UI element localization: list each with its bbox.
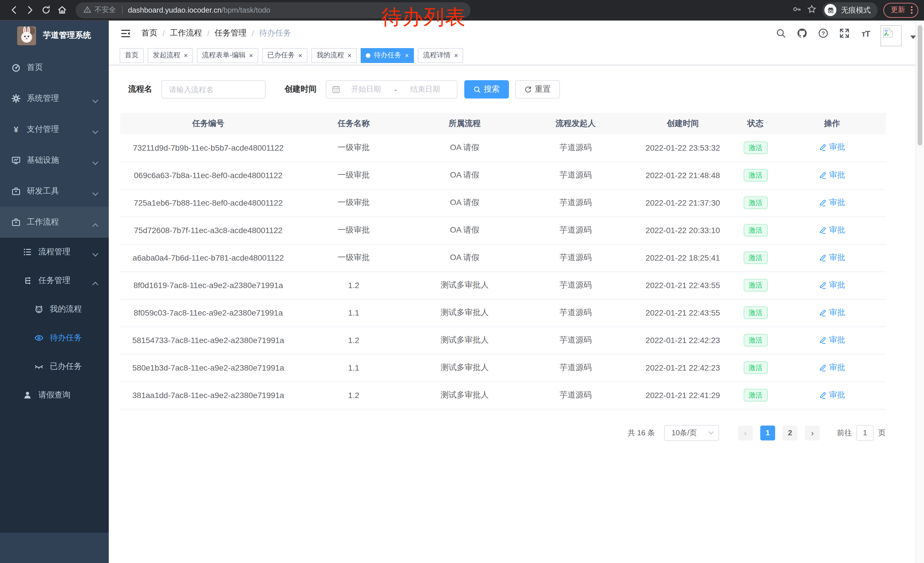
cell-status: 激活 bbox=[732, 381, 778, 409]
approve-link[interactable]: 审批 bbox=[819, 142, 845, 153]
cell-starter: 芋道源码 bbox=[518, 299, 633, 326]
sidebar-item-done-task[interactable]: 已办任务 bbox=[0, 352, 109, 381]
cell-action: 审批 bbox=[778, 216, 886, 244]
date-end-placeholder[interactable]: 结束日期 bbox=[399, 84, 451, 95]
cell-id: 725a1eb6-7b88-11ec-8ef0-acde48001122 bbox=[120, 189, 296, 216]
sidebar-item-todo-task[interactable]: 待办任务 bbox=[0, 324, 109, 352]
breadcrumb-item[interactable]: 首页 bbox=[141, 28, 158, 38]
breadcrumb-item[interactable]: 工作流程 bbox=[170, 28, 202, 38]
page-number-1[interactable]: 1 bbox=[760, 425, 775, 440]
tab-close-icon[interactable]: × bbox=[249, 52, 253, 59]
sidebar-item-home[interactable]: 首页 bbox=[0, 52, 109, 83]
search-button[interactable]: 搜索 bbox=[464, 80, 509, 99]
tab-我的流程[interactable]: 我的流程× bbox=[311, 48, 357, 63]
approve-link[interactable]: 审批 bbox=[819, 307, 845, 318]
search-icon[interactable] bbox=[775, 27, 787, 39]
app-logo[interactable]: 芋道管理系统 bbox=[0, 21, 109, 50]
page-number-2[interactable]: 2 bbox=[783, 425, 798, 440]
sidebar-item-leave-query[interactable]: 请假查询 bbox=[0, 381, 109, 410]
tab-close-icon[interactable]: × bbox=[298, 52, 302, 59]
help-icon[interactable]: ? bbox=[817, 27, 830, 39]
cell-process: OA 请假 bbox=[411, 216, 518, 244]
approve-link[interactable]: 审批 bbox=[819, 362, 845, 372]
font-size-icon[interactable]: тT bbox=[859, 27, 872, 39]
bookmark-star-icon[interactable] bbox=[807, 4, 816, 16]
sidebar-item-system[interactable]: 系统管理 bbox=[0, 83, 109, 114]
window-scrollbar[interactable] bbox=[915, 21, 924, 563]
edit-pencil-icon bbox=[819, 336, 827, 344]
cell-name: 1.2 bbox=[296, 381, 411, 409]
jump-page-input[interactable] bbox=[856, 425, 874, 441]
status-badge: 激活 bbox=[743, 251, 767, 264]
back-icon[interactable] bbox=[6, 2, 22, 18]
update-button[interactable]: 更新 bbox=[884, 3, 918, 18]
sidebar-item-dev-tools[interactable]: 研发工具 bbox=[0, 176, 109, 207]
cell-time: 2022-01-22 21:48:48 bbox=[633, 162, 733, 189]
approve-link[interactable]: 审批 bbox=[819, 280, 845, 290]
github-icon[interactable] bbox=[796, 27, 808, 39]
sidebar-item-process-mgmt[interactable]: 流程管理 bbox=[0, 238, 109, 266]
tab-发起流程[interactable]: 发起流程× bbox=[148, 48, 193, 63]
forward-icon[interactable] bbox=[22, 2, 38, 18]
approve-link[interactable]: 审批 bbox=[819, 197, 845, 208]
sidebar-item-payment[interactable]: ¥支付管理 bbox=[0, 114, 109, 145]
approve-link[interactable]: 审批 bbox=[819, 225, 845, 235]
tab-label: 流程表单-编辑 bbox=[202, 50, 246, 60]
cell-id: 75d72608-7b7f-11ec-a3c8-acde48001122 bbox=[120, 216, 296, 244]
tab-流程详情[interactable]: 流程详情× bbox=[418, 48, 463, 63]
browser-menu-icon[interactable] bbox=[909, 6, 914, 14]
cell-name: 1.1 bbox=[296, 299, 411, 326]
fullscreen-icon[interactable] bbox=[838, 27, 851, 39]
home-icon[interactable] bbox=[54, 2, 70, 18]
cell-starter: 芋道源码 bbox=[518, 134, 633, 162]
tab-流程表单-编辑[interactable]: 流程表单-编辑× bbox=[197, 48, 258, 63]
process-name-input[interactable] bbox=[162, 80, 266, 99]
sidebar-collapse-icon[interactable] bbox=[118, 26, 132, 40]
filter-form: 流程名 创建时间 开始日期 - 结束日期 搜索 bbox=[128, 80, 924, 99]
tab-close-icon[interactable]: × bbox=[454, 52, 458, 59]
prev-page-button[interactable]: ‹ bbox=[738, 425, 753, 440]
tab-close-icon[interactable]: × bbox=[184, 52, 188, 59]
avatar-dropdown-icon[interactable] bbox=[910, 36, 916, 39]
jump-suffix: 页 bbox=[878, 428, 886, 438]
chevron-up-icon bbox=[92, 278, 99, 288]
reset-button[interactable]: 重置 bbox=[515, 80, 560, 99]
approve-link[interactable]: 审批 bbox=[819, 390, 845, 400]
tab-首页[interactable]: 首页 bbox=[120, 48, 144, 63]
approve-link[interactable]: 审批 bbox=[819, 170, 845, 180]
reload-icon[interactable] bbox=[38, 2, 54, 18]
date-range-picker[interactable]: 开始日期 - 结束日期 bbox=[326, 80, 458, 99]
cell-starter: 芋道源码 bbox=[518, 381, 633, 409]
update-label: 更新 bbox=[891, 5, 905, 15]
tab-close-icon[interactable]: × bbox=[405, 52, 409, 59]
table-row: 580e1b3d-7ac8-11ec-a9e2-a2380e71991a1.1测… bbox=[120, 354, 886, 381]
sidebar-item-my-process[interactable]: 我的流程 bbox=[0, 295, 109, 324]
cell-id: 381aa1dd-7ac8-11ec-a9e2-a2380e71991a bbox=[120, 381, 296, 409]
breadcrumb-item[interactable]: 任务管理 bbox=[214, 28, 247, 38]
approve-link[interactable]: 审批 bbox=[819, 252, 845, 263]
cell-action: 审批 bbox=[778, 244, 886, 272]
eye-icon bbox=[34, 333, 44, 342]
status-badge: 激活 bbox=[743, 224, 767, 237]
password-key-icon[interactable] bbox=[792, 4, 801, 16]
edit-pencil-icon bbox=[819, 198, 827, 206]
scrollbar-thumb[interactable] bbox=[918, 25, 922, 146]
tab-close-icon[interactable]: × bbox=[348, 52, 351, 59]
cell-action: 审批 bbox=[778, 381, 886, 409]
cell-process: OA 请假 bbox=[411, 189, 518, 216]
tab-待办任务[interactable]: 待办任务× bbox=[361, 48, 414, 63]
next-page-button[interactable]: › bbox=[805, 425, 820, 440]
cell-name: 1.2 bbox=[296, 326, 411, 354]
tab-已办任务[interactable]: 已办任务× bbox=[262, 48, 308, 63]
page-size-select[interactable]: 10条/页 bbox=[664, 425, 719, 441]
approve-link[interactable]: 审批 bbox=[819, 335, 845, 345]
user-avatar[interactable] bbox=[880, 25, 902, 46]
breadcrumb-separator: / bbox=[252, 29, 254, 38]
cell-name: 一级审批 bbox=[296, 134, 411, 162]
sidebar-item-infrastructure[interactable]: 基础设施 bbox=[0, 145, 109, 176]
sidebar-item-workflow[interactable]: 工作流程 bbox=[0, 207, 109, 238]
date-start-placeholder[interactable]: 开始日期 bbox=[340, 84, 392, 95]
edit-pencil-icon bbox=[819, 254, 827, 261]
sidebar-item-task-mgmt[interactable]: 任务管理 bbox=[0, 266, 109, 295]
cell-starter: 芋道源码 bbox=[518, 244, 633, 272]
